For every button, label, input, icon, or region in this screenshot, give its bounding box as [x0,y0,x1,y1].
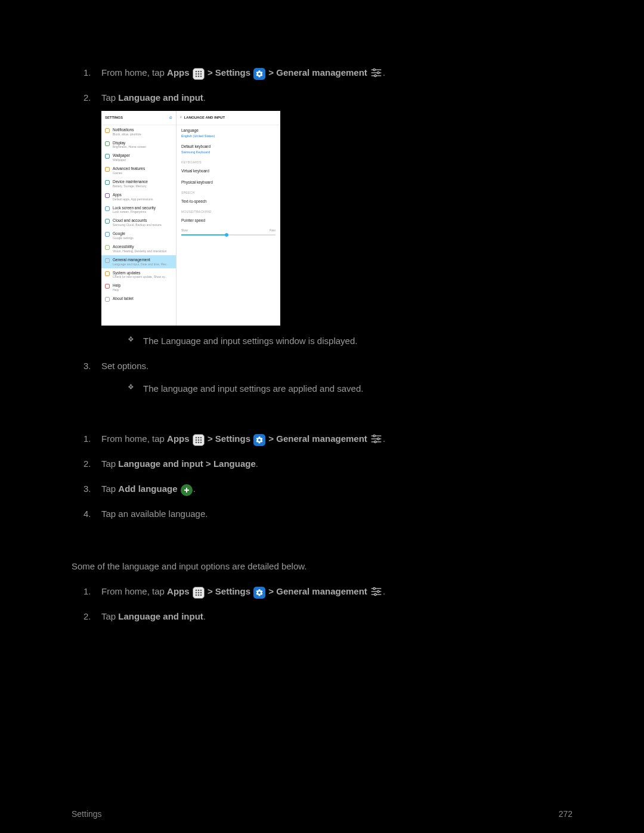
apps-icon [193,68,205,80]
slider-track [181,234,275,236]
svg-point-0 [195,71,197,73]
step2-post: . [203,92,206,103]
pointer-speed-slider: Slow Fast [177,227,280,239]
step1-sep2: > [268,67,276,78]
list-item-icon [105,297,110,302]
list-item-subtitle: Lock screen, Fingerprints [113,210,156,213]
svg-point-33 [197,590,199,592]
s2-step-4: Tap an available language. [72,507,572,521]
step2-bold: Language and input [118,92,203,103]
step1-genmgmt: General management [276,67,367,78]
keyboards-section-label: KEYBOARDS [177,157,280,166]
settings-gear-icon [253,434,265,446]
footer-page-number: 272 [559,809,572,819]
step-2: Tap Language and input. SETTINGS ⌕ Notif… [72,91,572,348]
settings-list-item: Cloud and accountsSamsung Cloud, Backup … [101,216,176,229]
list-item-title: General management [113,258,168,262]
svg-point-20 [200,439,202,441]
settings-list-item: About tablet [101,294,176,304]
svg-point-2 [200,71,202,73]
screenshot-right-header: ‹ LANGUAGE AND INPUT [177,111,280,125]
svg-point-10 [373,69,375,70]
list-item-subtitle: Samsung Cloud, Backup and restore [113,223,162,227]
page-content: From home, tap Apps > Settings > General… [0,66,644,624]
list-item-subtitle: Help [113,288,120,292]
default-keyboard-item: Default keyboard Samsung Keyboard [177,141,280,157]
back-icon: ‹ [180,114,182,122]
svg-point-4 [197,73,199,75]
svg-point-25 [373,435,375,436]
svg-point-7 [197,76,199,78]
svg-point-46 [374,593,376,595]
list-item-icon [105,154,110,159]
list-item-title: Display [113,141,146,145]
list-item-subtitle: Battery, Storage, Memory [113,184,148,188]
list-item-icon [105,180,110,185]
section1-steps: From home, tap Apps > Settings > General… [72,66,572,396]
language-item: Language English (United States) [177,125,280,141]
settings-gear-icon [253,68,265,80]
svg-point-14 [374,75,376,76]
svg-point-38 [195,594,197,596]
pointer-speed-item: Pointer speed [177,215,280,226]
list-item-title: Help [113,283,120,288]
apps-icon [193,434,205,446]
mouse-section-label: MOUSE/TRACKPAD [177,207,280,215]
s2-step-2: Tap Language and input > Language. [72,457,572,471]
list-item-subtitle: Wallpaper [113,158,130,162]
section3-intro: Some of the language and input options a… [72,559,572,574]
settings-list-item: General managementLanguage and input, Da… [101,255,176,268]
svg-point-29 [374,441,376,442]
settings-gear-icon [253,587,265,599]
step-3: Set options. The language and input sett… [72,359,572,396]
list-item-subtitle: Games [113,171,145,175]
speech-section-label: SPEECH [177,188,280,196]
add-icon [181,484,193,496]
list-item-icon [105,245,110,250]
s3-step-1: From home, tap Apps > Settings > General… [72,584,572,599]
list-item-title: Google [113,231,134,236]
section3-steps: From home, tap Apps > Settings > General… [72,584,572,624]
screenshot-left-title: SETTINGS [105,115,123,121]
settings-list-item: WallpaperWallpaper [101,151,176,164]
svg-point-34 [200,590,202,592]
settings-screenshot: SETTINGS ⌕ NotificationsBlock, allow, pr… [101,111,280,326]
settings-list-item: HelpHelp [101,281,176,294]
list-item-icon [105,271,110,276]
svg-point-19 [197,439,199,441]
svg-point-35 [195,592,197,594]
s2-step-1: From home, tap Apps > Settings > General… [72,432,572,446]
s2-step-3: Tap Add language . [72,482,572,496]
list-item-subtitle: Default apps, App permissions [113,197,153,201]
screenshot-right-pane: ‹ LANGUAGE AND INPUT Language English (U… [177,111,280,326]
list-item-icon [105,141,110,146]
general-management-icon [370,67,382,79]
step1-pre: From home, tap [101,67,167,78]
settings-list-item: NotificationsBlock, allow, prioritize [101,125,176,138]
tts-item: Text-to-speech [177,196,280,207]
svg-point-22 [197,442,199,444]
slider-slow-label: Slow [181,228,188,233]
list-item-subtitle: Google settings [113,236,134,240]
list-item-title: Notifications [113,128,141,132]
svg-point-17 [200,437,202,439]
settings-list-item: Advanced featuresGames [101,164,176,177]
list-item-icon [105,232,110,237]
general-management-icon [370,433,382,445]
screenshot-settings-list: NotificationsBlock, allow, prioritizeDis… [101,125,176,304]
step-1: From home, tap Apps > Settings > General… [72,66,572,80]
list-item-icon [105,284,110,289]
svg-point-5 [200,73,202,75]
apps-icon [193,587,205,599]
language-value: English (United States) [181,134,275,139]
svg-point-1 [197,71,199,73]
language-label: Language [181,128,275,134]
s3-step-2: Tap Language and input. [72,609,572,624]
list-item-icon [105,219,110,224]
list-item-subtitle: Language and input, Date and time, Res.. [113,262,168,266]
list-item-title: Apps [113,193,153,197]
list-item-subtitle: Block, allow, prioritize [113,132,141,136]
svg-point-44 [377,590,379,592]
search-icon: ⌕ [169,114,172,122]
slider-thumb [225,233,228,237]
